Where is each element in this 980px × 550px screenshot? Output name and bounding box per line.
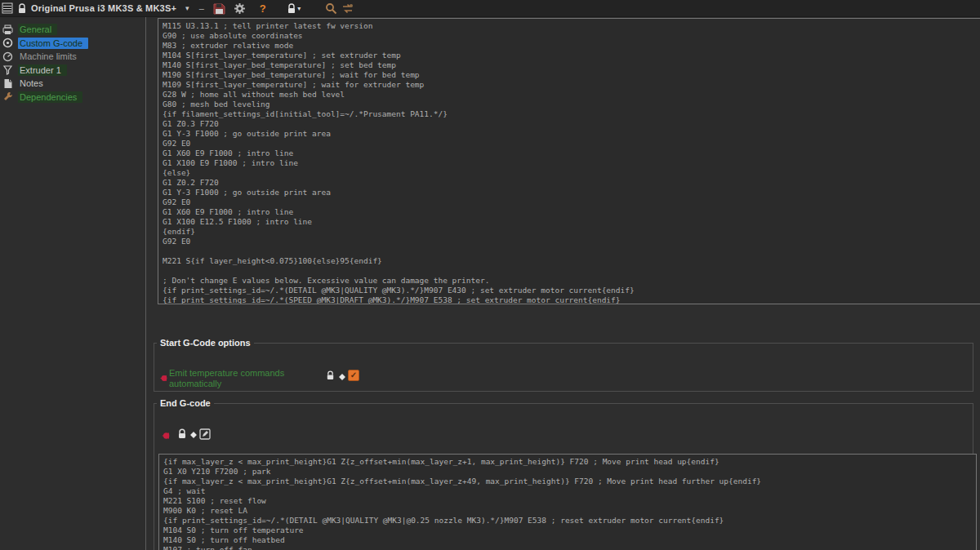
system-value-lock-icon[interactable] — [177, 428, 187, 439]
chevron-down-icon: ▾ — [185, 4, 189, 12]
group-title: Start G-Code options — [157, 338, 254, 348]
preset-name: Original Prusa i3 MK3S & MK3S+ — [31, 3, 176, 13]
sidebar-item-label: Dependencies — [18, 91, 82, 103]
sidebar-item-label: General — [18, 24, 57, 35]
sidebar-item-label: Custom G-code — [18, 38, 88, 49]
revert-dot-icon[interactable] — [339, 374, 345, 380]
emit-temperature-option-row: Emit temperature commands automatically … — [154, 367, 973, 395]
system-value-lock-icon[interactable] — [326, 370, 335, 380]
start-gcode-textarea[interactable]: M115 U3.13.1 ; tell printer latest fw ve… — [158, 18, 980, 304]
end-gcode-textarea[interactable]: {if max_layer_z < max_print_height}G1 Z{… — [158, 454, 977, 550]
toolbar-separator: – — [199, 3, 204, 13]
extruder-funnel-icon — [2, 64, 14, 75]
wrench-icon — [2, 91, 14, 102]
settings-toolbar: Original Prusa i3 MK3S & MK3S+ ▾ – ? ▾ — [0, 0, 980, 17]
sidebar-item-custom-gcode[interactable]: Custom G-code — [0, 37, 145, 51]
gcode-spool-icon — [2, 38, 14, 48]
note-icon — [2, 78, 14, 89]
window-icon — [2, 2, 13, 14]
help-icon[interactable]: ? — [256, 1, 270, 16]
compare-presets-icon[interactable] — [341, 1, 355, 16]
save-preset-icon[interactable] — [212, 1, 227, 16]
chevron-down-icon: ▾ — [297, 5, 301, 12]
gear-icon[interactable] — [233, 1, 247, 16]
printer-icon — [2, 24, 14, 35]
start-gcode-options-group: Start G-Code options Emit temperature co… — [154, 338, 973, 392]
emit-temperature-option-label: Emit temperature commands automatically — [169, 368, 293, 389]
search-blink-arrow-icon — [160, 431, 170, 441]
sidebar-item-label: Extruder 1 — [18, 64, 67, 76]
edit-gcode-icon[interactable] — [199, 428, 211, 440]
search-blink-arrow-icon — [158, 374, 167, 383]
sidebar-item-general[interactable]: General — [0, 23, 145, 37]
printer-preset-combobox[interactable]: Original Prusa i3 MK3S & MK3S+ ▾ — [17, 3, 189, 14]
gauge-icon — [2, 51, 14, 62]
sidebar-item-label: Notes — [18, 78, 49, 89]
lock-mode-dropdown-icon[interactable]: ▾ — [287, 1, 301, 16]
custom-gcode-page: M115 U3.13.1 ; tell printer latest fw ve… — [152, 17, 980, 550]
sidebar-item-extruder-1[interactable]: Extruder 1 — [0, 64, 145, 78]
sidebar-item-dependencies[interactable]: Dependencies — [0, 91, 145, 104]
emit-temperature-checkbox[interactable]: ✓ — [348, 370, 359, 381]
printer-settings-sidebar: General Custom G-code Machine limits Ext… — [0, 17, 146, 550]
sidebar-item-notes[interactable]: Notes — [0, 77, 145, 91]
revert-dot-icon[interactable] — [190, 432, 197, 438]
end-gcode-group: End G-code {if max_layer_z < max_print_h… — [154, 398, 973, 550]
search-icon[interactable] — [324, 1, 339, 16]
group-title: End G-code — [157, 398, 214, 408]
system-preset-lock-icon — [17, 3, 27, 14]
sidebar-item-machine-limits[interactable]: Machine limits — [0, 50, 145, 64]
sidebar-item-label: Machine limits — [18, 51, 82, 62]
